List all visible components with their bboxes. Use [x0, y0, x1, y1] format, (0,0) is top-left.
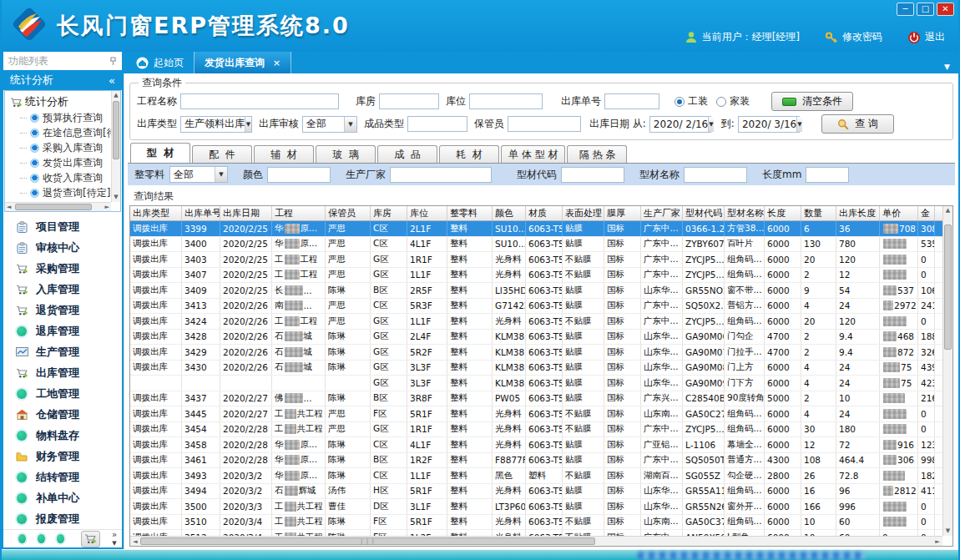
tab-close-icon[interactable]: × [273, 58, 280, 68]
cart-shortcut-button[interactable] [81, 531, 100, 547]
warehouse-input[interactable] [379, 93, 439, 109]
whole-piece-select[interactable]: 全部 ▼ [169, 166, 228, 183]
table-row[interactable]: 调拨出库34452020/2/27工共工程严思F区5R1F整料光身料6063-T… [130, 406, 942, 422]
change-password-button[interactable]: 修改密码 [825, 30, 882, 44]
sidebar-item[interactable]: 仓储管理 [3, 404, 122, 425]
column-header[interactable]: 出库长度 [836, 206, 880, 220]
scrollbar-thumb[interactable] [113, 101, 119, 159]
keeper-input[interactable] [508, 116, 581, 132]
tree-vertical-scrollbar[interactable]: ▲ ▼ [111, 91, 120, 202]
column-header[interactable]: 保管员 [326, 206, 371, 220]
table-row[interactable]: 调拨出库33992020/2/25华原...严思C区2L1F整料SU10...6… [130, 221, 942, 237]
column-header[interactable]: 长度 [765, 206, 801, 220]
profile-name-input[interactable] [684, 167, 747, 183]
table-row[interactable]: 调拨出库34002020/2/25华原...严思C区4L1F整料SU10...6… [130, 237, 942, 253]
table-row[interactable]: 调拨出库34932020/3/2华原...陈琳C区1L1F整料黑色塑料不贴膜国标… [130, 468, 942, 484]
dot-icon[interactable] [38, 534, 45, 543]
column-header[interactable]: 型材名称 [725, 206, 765, 220]
search-button[interactable]: 查 询 [821, 114, 894, 134]
sidebar-item[interactable]: 物料盘存 [3, 425, 122, 446]
table-row[interactable]: 调拨出库34372020/2/27佛...陈琳B区3R8F整料PW056063-… [130, 391, 942, 407]
sidebar-item[interactable]: 出库管理 [3, 362, 122, 383]
maximize-button[interactable]: □ [917, 3, 934, 16]
table-row[interactable]: 调拨出库34302020/2/26石城陈琳G区3L3F整料KLM38176063… [130, 361, 942, 376]
table-row[interactable]: 调拨出库34542020/2/28工共工程严思G区1R1F整料光身料6063-T… [130, 422, 942, 438]
tree-item[interactable]: 收货入库查询 [10, 170, 120, 185]
tab-home[interactable]: 起始页 [126, 52, 194, 73]
table-row[interactable]: 调拨出库34612020/2/28华原...陈琳B区1R2F整料F8877FT6… [130, 453, 942, 469]
scroll-right-icon[interactable]: ► [932, 537, 942, 546]
sidebar-item[interactable]: 报废管理 [3, 508, 122, 529]
sidebar-group-header[interactable]: 统计分析 « [3, 70, 122, 90]
scroll-down-icon[interactable]: ▼ [112, 193, 120, 202]
date-from-picker[interactable]: 2020/ 2/16 ▼ [649, 116, 711, 133]
tree-item[interactable]: 发货出库查询 [10, 155, 120, 170]
grid-vertical-scrollbar[interactable]: ▲ ▼ [942, 206, 952, 536]
profile-code-input[interactable] [561, 167, 624, 183]
column-header[interactable]: 材质 [526, 206, 563, 220]
tree-item[interactable]: 采购入库查询 [10, 140, 120, 155]
column-header[interactable]: 出库类型 [130, 206, 182, 220]
tab-list-caret-icon[interactable]: ▼ [944, 63, 950, 71]
table-row[interactable]: 调拨出库34582020/2/28华原...陈琳C区4L1F整料光身料6063-… [130, 437, 942, 453]
tree-horizontal-scrollbar[interactable]: ◄ ► [5, 202, 111, 211]
column-header[interactable]: 生产厂家 [641, 206, 683, 220]
scroll-left-icon[interactable]: ◄ [7, 203, 11, 212]
manufacturer-input[interactable] [390, 167, 492, 183]
table-row[interactable]: G区3L3F整料KLM38176063-T5贴膜国标山东华...GA90M09.… [130, 376, 942, 391]
sidebar-item[interactable]: 生产管理 [3, 341, 122, 362]
material-tab[interactable]: 配 件 [192, 145, 252, 163]
column-header[interactable]: 工程 [272, 206, 326, 220]
scrollbar-thumb[interactable] [944, 225, 952, 350]
column-header[interactable]: 金 [918, 206, 935, 220]
date-to-picker[interactable]: 2020/ 3/16 ▼ [738, 116, 800, 133]
material-tab[interactable]: 耗 材 [439, 145, 499, 163]
radio-gongzhuang[interactable]: 工装 [675, 94, 708, 108]
grid-horizontal-scrollbar[interactable]: ◄ ❘❘❘ ► [130, 536, 942, 546]
table-row[interactable]: 调拨出库35002020/3/3工共工程曹佳D区3L1F整料LT3P606063… [130, 499, 942, 515]
scroll-right-icon[interactable]: ► [105, 203, 109, 212]
collapse-icon[interactable]: « [109, 74, 115, 87]
logout-button[interactable]: 退出 [907, 30, 945, 44]
sidebar-item[interactable]: 财务管理 [3, 446, 122, 467]
outbound-audit-select[interactable]: 全部 ▼ [302, 116, 357, 133]
column-header[interactable]: 型材代码 [683, 206, 725, 220]
column-header[interactable]: 数量 [801, 206, 836, 220]
sidebar-item[interactable]: 补单中心 [3, 487, 122, 508]
material-tab[interactable]: 隔 热 条 [567, 145, 627, 163]
project-name-input[interactable] [180, 93, 339, 109]
column-header[interactable]: 出库日期 [220, 206, 272, 220]
radio-jiazhuang[interactable]: 家装 [716, 94, 750, 108]
scrollbar-thumb[interactable]: ❘❘❘ [140, 537, 595, 545]
table-row[interactable]: 调拨出库34292020/2/26石城陈琳G区5R2F整料KLM38176063… [130, 345, 942, 361]
material-tab[interactable]: 辅 材 [254, 145, 314, 163]
tab-shipment-outbound-query[interactable]: 发货出库查询 × [194, 52, 291, 73]
color-input[interactable] [267, 167, 331, 183]
scroll-down-icon[interactable]: ▼ [943, 527, 952, 536]
outbound-type-select[interactable]: 生产领料出库 ▼ [180, 116, 252, 133]
location-input[interactable] [469, 93, 543, 109]
scroll-left-icon[interactable]: ◄ [130, 537, 140, 546]
clear-conditions-button[interactable]: 清空条件 [771, 92, 853, 111]
table-row[interactable]: 调拨出库34072020/2/25工工程严思G区1L1F整料光身料6063-T5… [130, 268, 942, 284]
sidebar-item[interactable]: 退库管理 [3, 320, 122, 341]
material-tab[interactable]: 单 体 型 材 [501, 145, 565, 163]
column-header[interactable]: 膜厚 [604, 206, 641, 220]
material-tab[interactable]: 型 材 [130, 143, 190, 163]
sidebar-item[interactable]: 项目管理 [3, 216, 122, 237]
tree-item[interactable]: 在途信息查询[待 [10, 125, 120, 140]
dot-icon[interactable] [57, 534, 64, 543]
tree-item[interactable]: 预算执行查询 [10, 110, 120, 125]
minimize-button[interactable]: ─ [897, 3, 914, 16]
scrollbar-thumb[interactable] [15, 204, 92, 210]
more-buttons-chevron[interactable]: » ▼ [112, 531, 117, 547]
sidebar-item[interactable]: 工地管理 [3, 383, 122, 404]
sidebar-item[interactable]: 入库管理 [3, 279, 122, 300]
scroll-up-icon[interactable]: ▲ [112, 91, 120, 100]
sidebar-item[interactable]: 退货管理 [3, 300, 122, 320]
length-mm-input[interactable] [806, 167, 849, 183]
sidebar-item[interactable]: 采购管理 [3, 258, 122, 279]
column-header[interactable]: 库位 [407, 206, 447, 220]
pin-icon[interactable] [109, 57, 117, 66]
material-tab[interactable]: 玻 璃 [316, 145, 376, 163]
